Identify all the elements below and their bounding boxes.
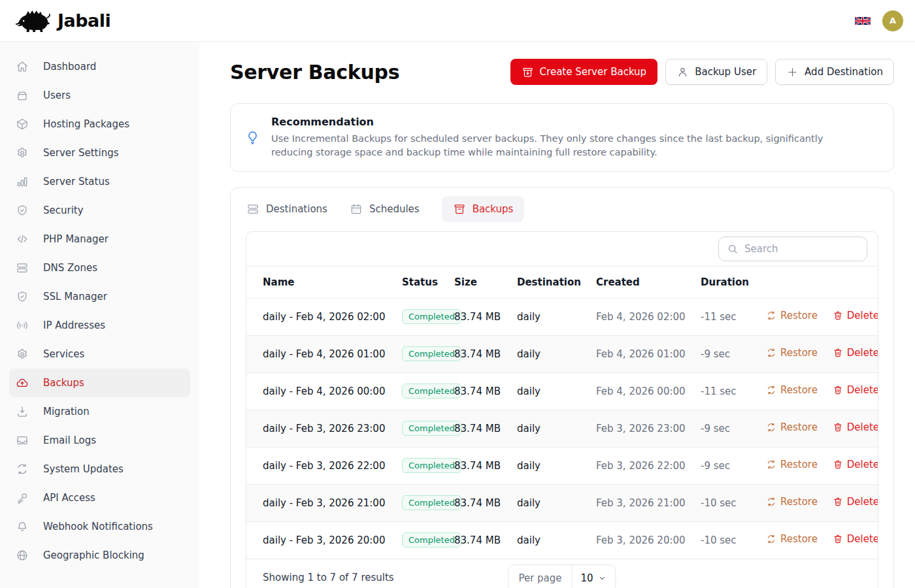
shield-check-icon — [16, 290, 29, 303]
status-badge: Completed — [402, 458, 461, 473]
trash-icon — [833, 459, 843, 470]
table-row: daily - Feb 3, 2026 23:00 Completed 83.7… — [246, 410, 878, 447]
delete-button[interactable]: Delete — [833, 459, 878, 470]
status-badge: Completed — [402, 495, 461, 510]
table-row: daily - Feb 4, 2026 01:00 Completed 83.7… — [246, 335, 878, 372]
trash-icon — [833, 534, 843, 544]
sidebar-item-backups[interactable]: Backups — [9, 368, 190, 397]
delete-button[interactable]: Delete — [833, 347, 878, 359]
search-icon — [727, 243, 739, 255]
trash-icon — [833, 422, 843, 433]
status-badge: Completed — [402, 532, 461, 547]
sidebar-item-server-settings[interactable]: Server Settings — [0, 139, 199, 167]
restore-button[interactable]: Restore — [766, 459, 818, 470]
status-badge: Completed — [402, 309, 461, 324]
restore-icon — [766, 385, 776, 395]
tab-backups[interactable]: Backups — [442, 196, 525, 222]
sidebar-item-migration[interactable]: Migration — [0, 397, 199, 426]
restore-button[interactable]: Restore — [766, 533, 818, 545]
restore-icon — [766, 534, 776, 544]
table-row: daily - Feb 3, 2026 20:00 Completed 83.7… — [246, 521, 878, 559]
download-tray-icon — [16, 405, 29, 418]
sidebar-item-dns-zones[interactable]: DNS Zones — [0, 253, 199, 282]
top-header: Jabali A — [0, 0, 915, 42]
sidebar-item-security[interactable]: Security — [0, 196, 199, 225]
restore-button[interactable]: Restore — [766, 421, 818, 433]
trash-icon — [833, 497, 843, 507]
backup-user-button[interactable]: Backup User — [665, 59, 767, 85]
gear-icon — [16, 146, 29, 159]
table-row: daily - Feb 3, 2026 21:00 Completed 83.7… — [246, 484, 878, 521]
recommendation-card: Recommendation Use Incremental Backups f… — [230, 103, 894, 172]
delete-button[interactable]: Delete — [833, 533, 878, 545]
sidebar-item-hosting-packages[interactable]: Hosting Packages — [0, 110, 199, 139]
per-page-label: Per page — [508, 565, 571, 588]
per-page-select[interactable]: 10 — [572, 565, 616, 588]
calendar-icon — [350, 203, 363, 216]
column-header-status: Status — [402, 267, 454, 298]
brand-logo: Jabali — [14, 8, 110, 34]
bar-chart-icon — [16, 175, 29, 188]
pagination-bar: Showing 1 to 7 of 7 results Per page 10 — [246, 559, 878, 588]
restore-button[interactable]: Restore — [766, 384, 818, 396]
search-input[interactable] — [744, 243, 871, 255]
sidebar: Dashboard Users Hosting Packages Server … — [0, 42, 199, 588]
delete-button[interactable]: Delete — [833, 496, 878, 508]
status-badge: Completed — [402, 384, 461, 399]
language-flag-uk-icon[interactable] — [855, 16, 871, 26]
sidebar-item-ip-addresses[interactable]: IP Addresses — [0, 311, 199, 340]
bell-icon — [16, 520, 29, 533]
sidebar-item-system-updates[interactable]: System Updates — [0, 455, 199, 483]
sidebar-item-geographic-blocking[interactable]: Geographic Blocking — [0, 541, 199, 570]
plus-icon — [786, 66, 799, 78]
table-row: daily - Feb 4, 2026 00:00 Completed 83.7… — [246, 372, 878, 410]
sidebar-item-dashboard[interactable]: Dashboard — [0, 52, 199, 81]
restore-button[interactable]: Restore — [766, 347, 818, 359]
table-body: daily - Feb 4, 2026 02:00 Completed 83.7… — [246, 298, 878, 559]
delete-button[interactable]: Delete — [833, 421, 878, 433]
column-header-created: Created — [596, 267, 701, 298]
chevron-down-icon — [598, 574, 607, 583]
sidebar-item-email-logs[interactable]: Email Logs — [0, 426, 199, 455]
user-avatar[interactable]: A — [882, 10, 903, 31]
restore-icon — [766, 422, 776, 433]
table-header-row: NameStatusSizeDestinationCreatedDuration — [246, 267, 878, 298]
tab-destinations[interactable]: Destinations — [246, 196, 327, 222]
main-content: Server Backups Create Server Backup Back… — [199, 42, 915, 588]
sidebar-item-users[interactable]: Users — [0, 81, 199, 110]
sidebar-item-api-access[interactable]: API Access — [0, 483, 199, 512]
refresh-icon — [16, 463, 29, 476]
recommendation-title: Recommendation — [271, 116, 848, 128]
sidebar-item-server-status[interactable]: Server Status — [0, 167, 199, 196]
delete-button[interactable]: Delete — [833, 310, 878, 321]
status-badge: Completed — [402, 421, 461, 436]
tab-bar: Destinations Schedules Backups — [231, 188, 893, 230]
restore-button[interactable]: Restore — [766, 496, 818, 508]
sidebar-item-ssl-manager[interactable]: SSL Manager — [0, 282, 199, 311]
tab-schedules[interactable]: Schedules — [350, 196, 420, 222]
sidebar-item-webhook-notifications[interactable]: Webhook Notifications — [0, 512, 199, 541]
shield-check-icon — [16, 204, 29, 217]
globe-icon — [16, 549, 29, 562]
code-icon — [16, 233, 29, 246]
backups-table: NameStatusSizeDestinationCreatedDuration… — [246, 267, 878, 559]
gear-icon — [16, 348, 29, 361]
cloud-upload-icon — [16, 376, 29, 389]
inbox-icon — [16, 434, 29, 447]
key-icon — [16, 491, 29, 504]
column-header-size: Size — [454, 267, 517, 298]
sidebar-item-php-manager[interactable]: PHP Manager — [0, 225, 199, 253]
restore-button[interactable]: Restore — [766, 310, 818, 321]
create-server-backup-button[interactable]: Create Server Backup — [510, 59, 658, 85]
boar-logo-icon — [14, 8, 52, 34]
restore-icon — [766, 310, 776, 321]
trash-icon — [833, 385, 843, 395]
home-icon — [16, 60, 29, 73]
column-header-destination: Destination — [517, 267, 596, 298]
page-title: Server Backups — [230, 61, 399, 84]
sidebar-item-services[interactable]: Services — [0, 340, 199, 368]
restore-icon — [766, 497, 776, 507]
add-destination-button[interactable]: Add Destination — [775, 59, 894, 85]
trash-icon — [833, 310, 843, 321]
delete-button[interactable]: Delete — [833, 384, 878, 396]
